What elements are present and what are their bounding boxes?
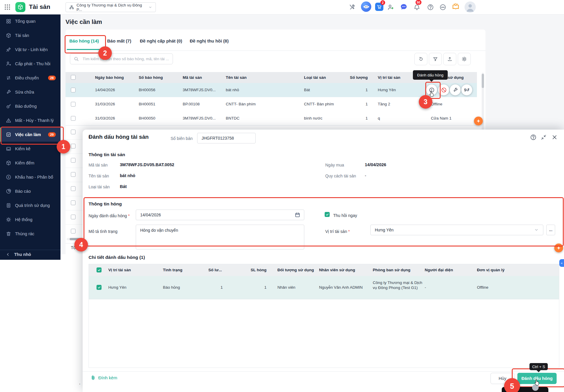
sidebar-item-bao-duong[interactable]: Bảo dưỡng: [0, 99, 61, 113]
search-input[interactable]: [70, 53, 173, 64]
sidebar-item-label: Mất - Hủy - Thanh lý: [15, 118, 54, 123]
tab-de-nghi-thu-hoi[interactable]: Đề nghị thu hồi (8): [190, 38, 229, 43]
detail-select-all-checkbox[interactable]: [97, 267, 102, 272]
modal-close-icon[interactable]: [551, 133, 558, 141]
damage-date-input[interactable]: 14/04/2026: [136, 210, 304, 220]
notifications-badge: 50: [416, 0, 421, 5]
sidebar-item-kiem-dem[interactable]: Kiểm đếm: [0, 156, 61, 170]
damage-desc-textarea[interactable]: Hỏng do vận chuyển: [136, 225, 304, 249]
reject-action-button[interactable]: [438, 84, 449, 95]
sidebar-item-cap-phat[interactable]: Cấp phát - Thu hồi: [0, 57, 61, 71]
sidebar-item-mat-huy[interactable]: Mất - Hủy - Thanh lý: [0, 113, 61, 128]
filter-button[interactable]: [429, 53, 442, 65]
wrench-icon: [453, 87, 458, 93]
side-panel-handle[interactable]: «: [559, 259, 564, 267]
annotation-step-1: 1: [57, 140, 70, 153]
row-checkbox[interactable]: [71, 144, 76, 148]
table-row[interactable]: 14/04/2026 BH00056 3M78WFJS.DV0... bát n…: [66, 83, 477, 97]
column-header: Loại tài sản: [304, 72, 326, 83]
row-checkbox[interactable]: [71, 102, 76, 107]
report-number-input[interactable]: [197, 133, 256, 143]
sidebar-collapse-button[interactable]: Thu nhỏ: [6, 252, 31, 257]
tools-icon[interactable]: [348, 3, 356, 11]
company-selector[interactable]: Công ty Thương mại & Dịch vụ Đông P...: [66, 2, 156, 12]
tabs-border: [66, 50, 485, 51]
company-name: Công ty Thương mại & Dịch vụ Đông P...: [76, 3, 146, 12]
refresh-button[interactable]: [414, 53, 427, 65]
detail-row-checkbox[interactable]: [97, 285, 102, 290]
maintenance-icon: [6, 104, 11, 109]
mark-damaged-action-button[interactable]: [426, 84, 437, 95]
add-user-icon[interactable]: [387, 3, 394, 11]
sidebar-item-label: Hệ thống: [15, 217, 32, 222]
row-checkbox[interactable]: [71, 116, 76, 121]
attach-button[interactable]: Đính kèm: [90, 375, 117, 380]
chat-icon[interactable]: [399, 2, 408, 11]
location-more-button[interactable]: ...: [546, 225, 555, 235]
buy-date-value: 14/04/2026: [365, 162, 386, 167]
column-header: Mã tài sản: [183, 72, 202, 83]
detail-table: Vị trí tài sản Tình trạng Số lư... SL hỏ…: [89, 264, 559, 368]
exclamation-circle-icon: [429, 87, 435, 93]
detail-table-row[interactable]: Hưng Yên Báo hỏng 1 1 Nhân viên Nguyễn V…: [89, 276, 559, 299]
sidebar-item-label: Khấu hao - Phân bổ: [15, 175, 53, 179]
more-menu-icon[interactable]: [439, 3, 447, 11]
pin-icon: [6, 47, 11, 52]
floating-assistant-button[interactable]: [474, 117, 483, 125]
damage-location-select[interactable]: Hưng Yên: [370, 225, 543, 235]
row-checkbox[interactable]: [71, 130, 76, 134]
sidebar-item-qua-trinh[interactable]: Quá trình sử dụng: [0, 198, 61, 213]
sidebar-item-thung-rac[interactable]: Thùng rác: [0, 227, 61, 241]
submit-mark-damaged-button[interactable]: Đánh dấu hỏng: [517, 373, 557, 384]
asset-name-value: bát nhỏ: [120, 173, 135, 178]
modal-footer-divider: [83, 371, 564, 372]
cube-icon: [6, 160, 11, 166]
repair-action-button[interactable]: [450, 84, 461, 95]
column-header-partially-occluded: sử dụng: [448, 72, 464, 83]
row-checkbox[interactable]: [71, 215, 76, 219]
help-icon[interactable]: [426, 3, 434, 11]
sidebar-item-tai-san[interactable]: Tài sản: [0, 28, 61, 43]
sidebar-item-label: Kiểm đếm: [15, 161, 34, 165]
sidebar-item-khau-hao[interactable]: Khấu hao - Phân bổ: [0, 170, 61, 184]
chevron-down-icon[interactable]: [534, 227, 539, 232]
calendar-icon[interactable]: [295, 212, 300, 218]
modal-collapse-icon[interactable]: [540, 134, 547, 141]
modal-help-icon[interactable]: [529, 133, 537, 141]
table-row[interactable]: 31/03/2026 BH00050 3M78WFJS.DV0... BNTDC…: [66, 111, 477, 126]
sidebar-item-sua-chua[interactable]: Sửa chữa: [0, 85, 61, 99]
sidebar-item-dieu-chuyen[interactable]: Điều chuyển28: [0, 71, 61, 85]
floating-assistant-button[interactable]: [554, 244, 563, 252]
select-all-checkbox[interactable]: [71, 75, 76, 80]
row-checkbox[interactable]: [71, 88, 76, 92]
row-checkbox[interactable]: [71, 229, 76, 233]
table-row[interactable]: 31/03/2026 BH00051 BP.00108 CNTT- Bàn ph…: [66, 97, 477, 112]
sidebar-item-bao-cao[interactable]: Báo cáo: [0, 184, 61, 198]
filter-icon: [433, 56, 438, 62]
dollar-undo-icon: $↺: [464, 88, 469, 92]
tab-de-nghi-cap-phat[interactable]: Đề nghị cấp phát (0): [140, 38, 182, 43]
sidebar-item-he-thong[interactable]: Hệ thống: [0, 213, 61, 227]
tab-bao-mat[interactable]: Báo mất (7): [107, 38, 131, 43]
sidebar-item-tong-quan[interactable]: Tổng quan: [0, 14, 61, 28]
sidebar-badge: 29: [48, 132, 56, 137]
sidebar-item-label: Thùng rác: [15, 231, 34, 236]
table-settings-button[interactable]: [458, 53, 471, 65]
sidebar-item-kiem-ke[interactable]: Kiểm kê: [0, 142, 61, 156]
vertical-scrollbar-thumb[interactable]: [482, 74, 484, 88]
sidebar-item-viec-can-lam[interactable]: Việc cần làm29: [0, 128, 61, 142]
recall-checkbox[interactable]: [325, 212, 330, 217]
row-checkbox[interactable]: [71, 158, 76, 163]
export-button[interactable]: [443, 53, 456, 65]
row-checkbox[interactable]: [71, 172, 76, 177]
liquidate-action-button[interactable]: $↺: [461, 84, 472, 95]
tab-bao-hong[interactable]: Báo hỏng (14): [69, 38, 99, 43]
row-checkbox[interactable]: [71, 200, 76, 205]
avatar[interactable]: [465, 1, 476, 13]
guide-icon[interactable]: [452, 3, 460, 10]
sidebar-item-vat-tu[interactable]: Vật tư - Linh kiện: [0, 43, 61, 57]
row-checkbox[interactable]: [71, 186, 76, 191]
sidebar-item-label: Bảo dưỡng: [15, 104, 37, 109]
ai-assistant-icon[interactable]: [361, 1, 371, 12]
app-launcher-icon[interactable]: [4, 4, 11, 10]
